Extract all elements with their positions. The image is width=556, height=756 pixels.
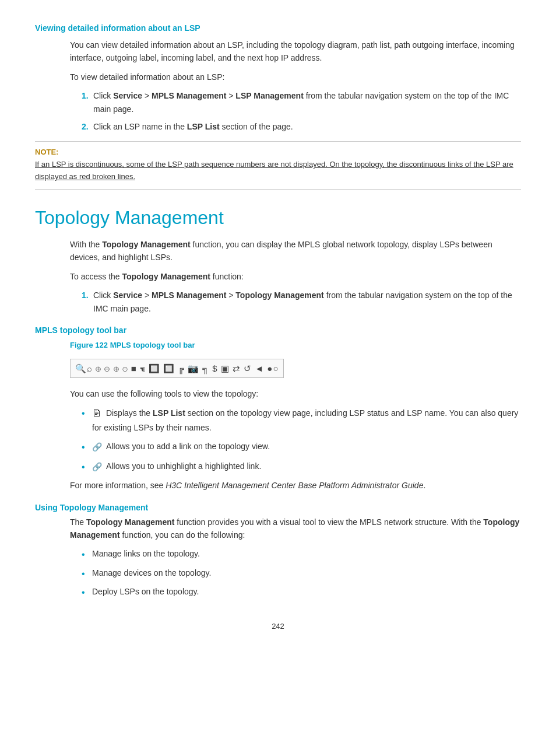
tool-item-1: 🖹 Displays the LSP List section on the t… bbox=[82, 406, 521, 434]
unhighlight-icon: 🔗 bbox=[92, 460, 102, 473]
for-more-info: For more information, see H3C Intelligen… bbox=[70, 479, 521, 492]
note-label: NOTE: bbox=[35, 148, 521, 156]
viewing-step-1: Click Service > MPLS Management > LSP Ma… bbox=[82, 89, 521, 116]
tool-item-2: 🔗 Allows you to add a link on the topolo… bbox=[82, 440, 521, 453]
toolbar-box: 🔍⌕ ⊕ ⊖ ⊕ ⊙ ■ ☚ 🔲 🔲 ╔ 📷 ╗ $ ▣ ⇄ ↺ ◄ ●○ bbox=[70, 359, 284, 378]
lsp-list-bold: LSP List bbox=[187, 122, 220, 131]
mpls-mgmt-bold2: MPLS Management bbox=[152, 290, 226, 300]
figure-label: Figure 122 MPLS topology tool bar bbox=[70, 341, 521, 349]
viewing-section: Viewing detailed information about an LS… bbox=[35, 23, 521, 190]
mpls-toolbar-heading: MPLS topology tool bar bbox=[35, 326, 521, 335]
topology-mgmt-bold2: Topology Management bbox=[122, 272, 210, 281]
using-section: Using Topology Management The Topology M… bbox=[35, 503, 521, 598]
viewing-steps-list: Click Service > MPLS Management > LSP Ma… bbox=[82, 89, 521, 133]
viewing-para2: To view detailed information about an LS… bbox=[70, 71, 521, 83]
lsp-list-bold2: LSP List bbox=[153, 408, 185, 418]
page-number: 242 bbox=[35, 622, 521, 631]
using-bullet-3: Deploy LSPs on the topology. bbox=[82, 585, 521, 598]
using-bullets-list: Manage links on the topology. Manage dev… bbox=[82, 547, 521, 598]
topology-para2: To access the Topology Management functi… bbox=[70, 270, 521, 283]
viewing-para1: You can view detailed information about … bbox=[70, 38, 521, 65]
service-bold: Service bbox=[113, 91, 142, 100]
you-can-use-text: You can use the following tools to view … bbox=[70, 387, 521, 400]
note-text: If an LSP is discontinuous, some of the … bbox=[35, 159, 521, 183]
add-link-icon: 🔗 bbox=[92, 440, 102, 453]
toolbar-icons: 🔍⌕ ⊕ ⊖ ⊕ ⊙ ■ ☚ 🔲 🔲 ╔ 📷 ╗ $ ▣ ⇄ ↺ ◄ ●○ bbox=[75, 363, 279, 373]
tool-item-3: 🔗 Allows you to unhighlight a highlighte… bbox=[82, 460, 521, 473]
mpls-toolbar-section: MPLS topology tool bar Figure 122 MPLS t… bbox=[35, 326, 521, 492]
lsp-mgmt-bold: LSP Management bbox=[235, 91, 303, 100]
using-heading: Using Topology Management bbox=[35, 503, 521, 512]
topology-mgmt-bold1: Topology Management bbox=[102, 240, 190, 249]
topology-main-title: Topology Management bbox=[35, 207, 521, 229]
viewing-step-2: Click an LSP name in the LSP List sectio… bbox=[82, 120, 521, 133]
service-bold2: Service bbox=[113, 290, 142, 300]
guide-title: H3C Intelligent Management Center Base P… bbox=[166, 481, 423, 490]
using-bullet-1: Manage links on the topology. bbox=[82, 547, 521, 560]
topology-mgmt-bold3: Topology Management bbox=[235, 290, 323, 300]
list-icon: 🖹 bbox=[92, 406, 101, 421]
mpls-mgmt-bold: MPLS Management bbox=[152, 91, 226, 100]
note-box: NOTE: If an LSP is discontinuous, some o… bbox=[35, 141, 521, 190]
topology-mgmt-bold4: Topology Management bbox=[86, 517, 174, 527]
topology-para1: With the Topology Management function, y… bbox=[70, 238, 521, 264]
topology-step-1: Click Service > MPLS Management > Topolo… bbox=[82, 289, 521, 315]
tools-list: 🖹 Displays the LSP List section on the t… bbox=[82, 406, 521, 473]
using-para1: The Topology Management function provide… bbox=[70, 516, 521, 542]
viewing-heading: Viewing detailed information about an LS… bbox=[35, 23, 521, 33]
topology-section: With the Topology Management function, y… bbox=[35, 238, 521, 315]
topology-steps-list: Click Service > MPLS Management > Topolo… bbox=[82, 289, 521, 315]
using-bullet-2: Manage devices on the topology. bbox=[82, 566, 521, 579]
